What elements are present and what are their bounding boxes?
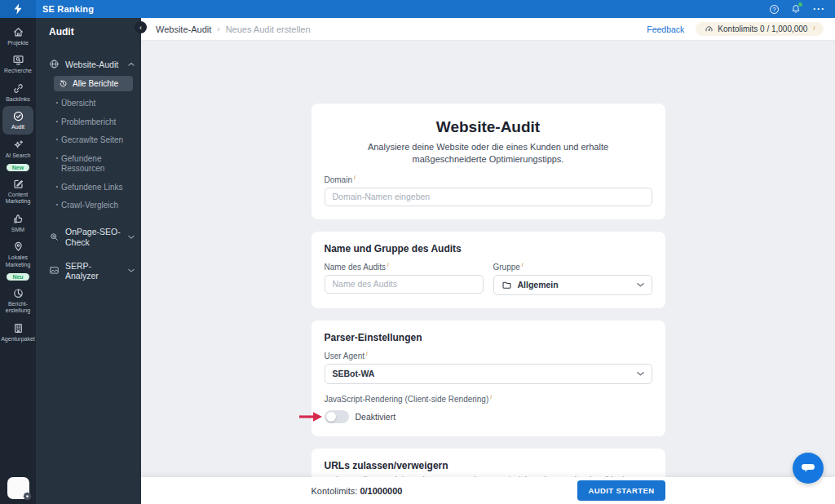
- menu-label: Website-Audit: [65, 60, 118, 69]
- parser-card: Parser-Einstellungen User Agenti SEBot-W…: [311, 321, 665, 436]
- menu-gefundene-ressourcen[interactable]: Gefundene Ressourcen: [36, 150, 141, 179]
- info-marker: i: [813, 25, 815, 31]
- audit-icon: [12, 110, 24, 122]
- breadcrumb-bar: Website-Audit › Neues Audit erstellen Fe…: [141, 18, 835, 41]
- domain-input[interactable]: [325, 188, 652, 206]
- menu-gefundene-links[interactable]: Gefundene Links: [36, 179, 141, 197]
- menu-label: Crawl-Vergleich: [61, 201, 118, 211]
- start-audit-button[interactable]: AUDIT STARTEN: [577, 480, 665, 501]
- menu-label: Alle Berichte: [73, 79, 118, 88]
- menu-label: Übersicht: [61, 99, 95, 109]
- audit-name-input[interactable]: [325, 275, 484, 294]
- menu-gecrawlte-seiten[interactable]: Gecrawlte Seiten: [36, 131, 141, 150]
- smm-icon: [12, 213, 24, 225]
- serp-analyzer-icon: [49, 265, 60, 276]
- info-marker: i: [366, 351, 368, 356]
- sidebar-item-smm[interactable]: SMM: [0, 209, 36, 237]
- feedback-link[interactable]: Feedback: [647, 24, 684, 34]
- rail-item-label: Bericht-erstellung: [1, 301, 35, 315]
- user-agent-label: User Agenti: [325, 351, 652, 360]
- new-badge: New: [7, 164, 29, 171]
- sidebar-item-projekte[interactable]: Projekte: [0, 22, 36, 50]
- content-marketing-icon: [12, 178, 24, 190]
- primary-sidebar: Projekte Recherche Backlinks Audit AI Se…: [0, 18, 36, 504]
- rail-item-label: SMM: [11, 227, 24, 233]
- menu-serp-analyzer[interactable]: SERP-Analyzer: [36, 256, 141, 285]
- sidebar-item-agenturpaket[interactable]: Agenturpaket: [0, 318, 36, 346]
- home-icon: [12, 26, 24, 38]
- bullet-icon: [56, 157, 58, 159]
- chevron-down-icon: [637, 281, 644, 289]
- limits-text: Kontolimits 0 / 1,000,000: [718, 24, 807, 33]
- sidebar-item-audit[interactable]: Audit: [2, 106, 33, 134]
- backlinks-icon: [12, 82, 24, 95]
- bullet-icon: [56, 139, 58, 140]
- sidebar-item-lokales-marketing[interactable]: Lokales Marketing: [0, 237, 36, 272]
- help-button[interactable]: ?: [770, 5, 779, 14]
- bullet-icon: [56, 204, 58, 206]
- main-content: Website-Audit Analysiere deine Website o…: [141, 41, 835, 504]
- globe-icon: [49, 59, 60, 69]
- more-menu-button[interactable]: ···: [813, 6, 825, 12]
- js-rendering-toggle[interactable]: [325, 410, 349, 423]
- menu-alle-berichte[interactable]: Alle Berichte: [54, 76, 133, 91]
- menu-uebersicht[interactable]: Übersicht: [36, 95, 141, 113]
- menu-label: OnPage-SEO-Check: [65, 227, 122, 248]
- sidebar-item-content-marketing[interactable]: Content Marketing: [0, 174, 36, 209]
- urls-heading: URLs zulassen/verweigern: [325, 460, 652, 471]
- footer-limits: Kontolimits: 0/1000000: [311, 486, 403, 496]
- intro-card: Website-Audit Analysiere deine Website o…: [311, 104, 665, 219]
- page-title: Website-Audit: [325, 118, 652, 136]
- name-group-heading: Name und Gruppe des Audits: [325, 243, 652, 254]
- user-agent-value: SEBot-WA: [333, 369, 375, 378]
- sidebar-item-berichterstellung[interactable]: Bericht-erstellung: [0, 283, 36, 318]
- breadcrumb-section[interactable]: Website-Audit: [156, 24, 211, 34]
- local-marketing-icon: [12, 241, 24, 253]
- rail-item-label: Recherche: [4, 68, 32, 74]
- menu-website-audit[interactable]: Website-Audit: [36, 54, 141, 74]
- reports-icon: [12, 287, 24, 299]
- user-agent-select[interactable]: SEBot-WA: [325, 364, 652, 384]
- footer-limits-value: 0/1000000: [360, 486, 402, 496]
- brand-logo[interactable]: [0, 0, 36, 18]
- onpage-check-icon: [49, 232, 60, 242]
- menu-label: Gefundene Ressourcen: [61, 154, 125, 175]
- menu-label: Gecrawlte Seiten: [61, 135, 123, 146]
- info-marker: i: [387, 262, 389, 267]
- group-value: Allgemein: [518, 280, 559, 290]
- chevron-down-icon: [128, 267, 135, 274]
- rail-item-label: Content Marketing: [1, 192, 35, 206]
- bullet-icon: [56, 186, 58, 188]
- bullet-icon: [56, 121, 58, 122]
- chat-bubble-icon: [800, 461, 816, 475]
- breadcrumb-separator: ›: [217, 24, 219, 33]
- notifications-button[interactable]: [791, 4, 801, 14]
- collapse-sidebar-button[interactable]: ‹: [135, 21, 147, 33]
- account-limits-pill[interactable]: Kontolimits 0 / 1,000,000i: [696, 22, 824, 36]
- menu-problembericht[interactable]: Problembericht: [36, 113, 141, 132]
- chevron-down-icon: [128, 234, 135, 241]
- sidebar-item-backlinks[interactable]: Backlinks: [0, 78, 36, 106]
- help-icon: ?: [770, 5, 779, 14]
- info-marker: i: [522, 262, 524, 267]
- notification-dot: [798, 2, 802, 7]
- parser-heading: Parser-Einstellungen: [325, 332, 652, 343]
- user-avatar[interactable]: [7, 477, 29, 499]
- annotation-arrow: [299, 411, 323, 422]
- menu-crawl-vergleich[interactable]: Crawl-Vergleich: [36, 197, 141, 215]
- menu-onpage-seo-check[interactable]: OnPage-SEO-Check: [36, 222, 141, 253]
- group-select[interactable]: Allgemein: [493, 275, 652, 295]
- js-rendering-label: JavaScript-Rendering (Client-side Render…: [325, 395, 652, 404]
- audit-name-label: Name des Auditsi: [325, 263, 484, 272]
- rail-item-label: Lokales Marketing: [1, 254, 35, 268]
- info-marker: i: [354, 175, 356, 180]
- submenu-title: Audit: [36, 18, 141, 38]
- brand-name: SE Ranking: [42, 4, 94, 14]
- audit-submenu: Audit ‹ Website-Audit Alle Berichte Über…: [36, 18, 141, 504]
- chat-widget-button[interactable]: [793, 453, 824, 484]
- domain-label: Domaini: [325, 175, 652, 184]
- history-icon: [59, 79, 68, 88]
- sidebar-item-ai-search[interactable]: AI Search: [0, 135, 36, 162]
- sidebar-item-recherche[interactable]: Recherche: [0, 50, 36, 77]
- page-subtitle: Analysiere deine Website oder die eines …: [331, 141, 646, 166]
